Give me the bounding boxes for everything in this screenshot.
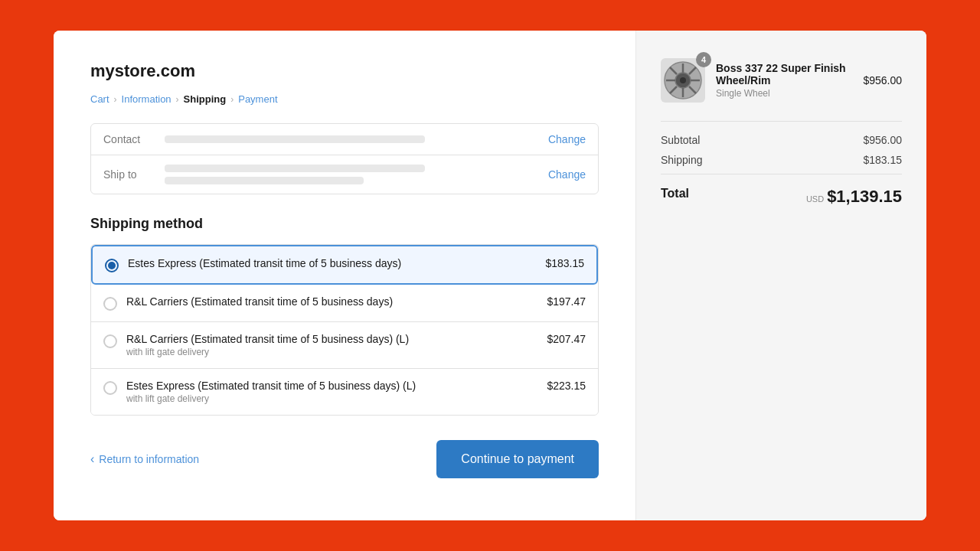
total-price-block: USD $1,139.15 [806, 187, 902, 207]
left-panel: mystore.com Cart › Information › Shippin… [54, 31, 635, 520]
option-details-3: Estes Express (Estimated transit time of… [126, 380, 547, 404]
option-price-3: $223.15 [547, 380, 586, 392]
shipping-label: Shipping [661, 154, 703, 166]
shipping-option-3[interactable]: Estes Express (Estimated transit time of… [91, 369, 598, 415]
product-name: Boss 337 22 Super Finish Wheel/Rim [716, 62, 852, 86]
product-variant: Single Wheel [716, 88, 852, 99]
option-name-3: Estes Express (Estimated transit time of… [126, 380, 547, 392]
total-amount: $1,139.15 [827, 187, 902, 207]
chevron-left-icon: ‹ [90, 452, 94, 466]
option-subtitle-3: with lift gate delivery [126, 393, 547, 404]
radio-3 [103, 381, 117, 395]
contact-bar [165, 135, 425, 143]
shipping-row: Shipping $183.15 [661, 154, 902, 166]
shipping-method-title: Shipping method [90, 216, 599, 232]
shipto-change[interactable]: Change [548, 168, 586, 181]
breadcrumb-payment: Payment [238, 93, 277, 105]
breadcrumb-cart[interactable]: Cart [90, 93, 109, 105]
info-box: Contact Change Ship to Change [90, 123, 599, 194]
shipto-value [165, 165, 539, 184]
breadcrumb-sep-1: › [114, 94, 117, 105]
product-price: $956.00 [863, 74, 902, 86]
radio-inner-0 [108, 262, 116, 269]
shipping-value: $183.15 [863, 154, 902, 166]
contact-label: Contact [103, 133, 165, 145]
radio-0 [105, 259, 119, 272]
subtotal-row: Subtotal $956.00 [661, 134, 902, 146]
breadcrumb-sep-2: › [176, 94, 179, 105]
wheel-image [663, 60, 703, 100]
product-quantity-badge: 4 [696, 52, 711, 67]
option-name-0: Estes Express (Estimated transit time of… [128, 257, 545, 269]
shipto-label: Ship to [103, 168, 165, 181]
shipping-option-0[interactable]: Estes Express (Estimated transit time of… [91, 245, 598, 285]
shipping-option-2[interactable]: R&L Carriers (Estimated transit time of … [91, 322, 598, 369]
option-name-2: R&L Carriers (Estimated transit time of … [126, 333, 547, 345]
subtotal-value: $956.00 [863, 134, 902, 146]
return-to-information-link[interactable]: ‹ Return to information [90, 452, 199, 466]
continue-to-payment-button[interactable]: Continue to payment [436, 440, 599, 478]
option-name-1: R&L Carriers (Estimated transit time of … [126, 295, 547, 308]
option-price-2: $207.47 [547, 333, 586, 345]
divider-1 [661, 121, 902, 122]
radio-2 [103, 334, 117, 348]
shipto-row: Ship to Change [91, 155, 598, 194]
shipto-bar-1 [165, 165, 425, 172]
shipto-bar-2 [165, 177, 364, 184]
option-price-0: $183.15 [545, 257, 584, 269]
total-row: Total USD $1,139.15 [661, 187, 902, 207]
return-label: Return to information [99, 453, 199, 465]
product-info: Boss 337 22 Super Finish Wheel/Rim Singl… [716, 62, 852, 99]
page-container: mystore.com Cart › Information › Shippin… [54, 31, 926, 520]
total-label: Total [661, 187, 689, 207]
shipping-option-1[interactable]: R&L Carriers (Estimated transit time of … [91, 285, 598, 322]
subtotal-label: Subtotal [661, 134, 700, 146]
contact-value [165, 135, 539, 143]
breadcrumb-shipping: Shipping [184, 93, 227, 105]
product-row: 4 Boss 337 22 Super Finish Wheel/Rim Sin… [661, 58, 902, 103]
breadcrumb-information[interactable]: Information [122, 93, 172, 105]
divider-2 [661, 174, 902, 174]
breadcrumb: Cart › Information › Shipping › Payment [90, 93, 599, 105]
right-panel: 4 Boss 337 22 Super Finish Wheel/Rim Sin… [635, 31, 926, 520]
option-price-1: $197.47 [547, 295, 586, 308]
option-details-1: R&L Carriers (Estimated transit time of … [126, 295, 547, 308]
contact-row: Contact Change [91, 124, 598, 155]
option-subtitle-2: with lift gate delivery [126, 347, 547, 357]
option-details-0: Estes Express (Estimated transit time of… [128, 257, 545, 269]
contact-change[interactable]: Change [548, 133, 586, 145]
footer-actions: ‹ Return to information Continue to paym… [90, 440, 599, 478]
svg-point-2 [680, 77, 686, 83]
product-image-wrapper: 4 [661, 58, 705, 103]
shipping-options: Estes Express (Estimated transit time of… [90, 244, 599, 416]
store-name: mystore.com [90, 61, 599, 81]
total-currency: USD [806, 194, 824, 204]
radio-1 [103, 297, 117, 311]
breadcrumb-sep-3: › [230, 94, 234, 105]
option-details-2: R&L Carriers (Estimated transit time of … [126, 333, 547, 357]
